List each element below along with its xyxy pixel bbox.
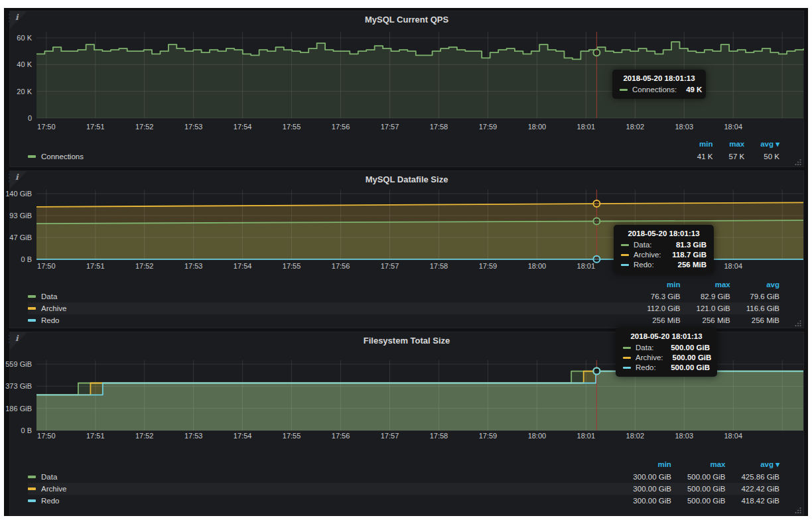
tooltip-series-row: Redo: 500.00 GiB: [623, 363, 710, 371]
legend-avg-value: 79.6 GiB: [730, 291, 779, 302]
legend-avg-value: 116.6 GiB: [730, 302, 779, 314]
legend-max-value: 500.00 GiB: [671, 471, 726, 483]
y-axis-label: 186 GiB: [5, 405, 32, 413]
legend-min-value: 112.0 GiB: [631, 302, 680, 314]
y-axis-label: 47 GiB: [9, 233, 32, 241]
hover-tooltip-filesystem: 2018-05-20 18:01:13 Data: 500.00 GiB Arc…: [616, 328, 717, 377]
crosshair-marker: [593, 200, 600, 207]
legend-sort-avg[interactable]: avg: [730, 279, 779, 291]
x-axis-label: 17:57: [381, 262, 399, 270]
crosshair-marker: [593, 49, 600, 56]
panel-resize-handle-icon[interactable]: [795, 159, 801, 165]
legend-min-value: 76.3 GiB: [631, 291, 680, 302]
x-axis-label: 17:59: [479, 262, 498, 270]
x-axis-label: 17:50: [37, 123, 56, 131]
tooltip-series-row: Data: 81.3 GiB: [621, 241, 707, 249]
legend-row-archive: Archive 300.00 GiB 500.00 GiB 422.42 GiB: [28, 483, 779, 495]
y-axis-label: 20 K: [17, 88, 32, 96]
x-axis-label: 17:52: [135, 123, 154, 131]
x-axis-label: 18:02: [626, 123, 645, 131]
legend-series-toggle[interactable]: Data: [28, 471, 617, 483]
crosshair-marker: [593, 368, 600, 375]
legend-row-redo: Redo 300.00 GiB 500.00 GiB 418.42 GiB: [28, 495, 779, 507]
legend-sort-avg[interactable]: avg ▾: [744, 137, 779, 151]
x-axis-label: 17:56: [332, 123, 350, 131]
x-axis-label: 17:55: [283, 123, 301, 131]
series-color-swatch-icon: [28, 476, 36, 478]
legend-row-connections: Connections 41 K 57 K 50 K: [28, 151, 779, 162]
legend-max-value: 500.00 GiB: [671, 495, 726, 507]
legend-max-value: 256 MiB: [681, 314, 730, 326]
legend-sort-min[interactable]: min: [681, 137, 713, 151]
legend-sort-max[interactable]: max: [681, 279, 730, 291]
x-axis-label: 17:51: [86, 123, 105, 131]
y-axis-label: 559 GiB: [5, 360, 32, 368]
legend-avg-value: 425.86 GiB: [725, 471, 779, 483]
y-axis-label: 0: [28, 114, 32, 122]
series-color-swatch-icon: [28, 499, 36, 502]
legend-min-value: 300.00 GiB: [617, 483, 671, 495]
legend-series-toggle[interactable]: Archive: [28, 302, 631, 314]
series-color-swatch-icon: [28, 487, 36, 490]
legend-min-value: 41 K: [681, 151, 713, 162]
panel-resize-handle-icon[interactable]: [795, 507, 801, 513]
legend-min-value: 300.00 GiB: [617, 471, 671, 483]
panel-title[interactable]: MySQL Current QPS: [10, 15, 803, 25]
x-axis-label: 18:03: [675, 432, 694, 440]
y-axis-label: 0 B: [21, 255, 32, 263]
x-axis-label: 17:59: [479, 123, 498, 131]
legend-sort-min[interactable]: min: [631, 279, 680, 291]
x-axis-label: 18:04: [724, 262, 742, 270]
legend-sort-min[interactable]: min: [617, 458, 671, 471]
legend-avg-value: 422.42 GiB: [725, 483, 779, 495]
legend-header-row: min max avg ▾: [28, 458, 779, 471]
legend-series-toggle[interactable]: Connections: [28, 151, 681, 162]
tooltip-series-row: Data: 500.00 GiB: [623, 344, 710, 352]
series-color-swatch-icon: [623, 347, 631, 349]
x-axis-label: 18:04: [724, 432, 742, 440]
tooltip-series-row: Archive: 118.7 GiB: [621, 251, 707, 259]
x-axis-label: 17:58: [430, 262, 448, 270]
x-axis-label: 17:58: [430, 123, 448, 131]
x-axis-label: 17:56: [332, 432, 350, 440]
series-color-swatch-icon: [620, 89, 628, 91]
legend-row-archive: Archive 112.0 GiB 121.0 GiB 116.6 GiB: [28, 302, 779, 314]
legend-series-toggle[interactable]: Data: [28, 291, 631, 302]
legend-sort-avg[interactable]: avg ▾: [725, 458, 779, 471]
legend-table: min max avg ▾ Data 300.00 GiB 500.00 GiB…: [28, 458, 779, 507]
legend-sort-max[interactable]: max: [713, 137, 745, 151]
x-axis-label: 17:56: [332, 262, 350, 270]
legend-avg-value: 50 K: [744, 151, 779, 162]
y-axis-label: 373 GiB: [5, 382, 32, 390]
legend-header-row: min max avg: [28, 279, 779, 291]
tooltip-series-row: Redo: 256 MiB: [621, 261, 707, 269]
series-color-swatch-icon: [623, 367, 631, 369]
hover-tooltip-qps: 2018-05-20 18:01:13 Connections: 49 K: [612, 70, 706, 99]
crosshair-marker: [593, 218, 600, 225]
y-axis-label: 93 GiB: [9, 212, 32, 220]
x-axis-label: 17:53: [184, 262, 203, 270]
legend-avg-value: 418.42 GiB: [725, 495, 779, 507]
x-axis-label: 17:53: [184, 432, 203, 440]
legend-header-row: min max avg ▾: [28, 137, 779, 151]
series-color-swatch-icon: [28, 155, 36, 158]
x-axis-label: 17:50: [37, 432, 56, 440]
series-color-swatch-icon: [28, 319, 36, 322]
x-axis-label: 18:01: [577, 432, 596, 440]
legend-series-toggle[interactable]: Redo: [28, 314, 631, 326]
legend-table: min max avg ▾ Connections 41 K 57 K 50 K: [28, 137, 779, 162]
legend-series-toggle[interactable]: Archive: [28, 483, 617, 495]
panel-title[interactable]: MySQL Datafile Size: [10, 174, 803, 184]
legend-max-value: 82.9 GiB: [681, 291, 730, 302]
series-fill: [36, 371, 803, 430]
panel-resize-handle-icon[interactable]: [795, 320, 801, 326]
series-color-swatch-icon: [621, 264, 629, 266]
legend-sort-max[interactable]: max: [671, 458, 726, 471]
legend-min-value: 256 MiB: [631, 314, 680, 326]
legend-series-toggle[interactable]: Redo: [28, 495, 617, 507]
tooltip-timestamp: 2018-05-20 18:01:13: [620, 74, 699, 82]
x-axis-label: 17:52: [135, 262, 154, 270]
series-color-swatch-icon: [28, 307, 36, 310]
x-axis-label: 18:00: [528, 262, 547, 270]
tooltip-timestamp: 2018-05-20 18:01:13: [623, 332, 710, 340]
